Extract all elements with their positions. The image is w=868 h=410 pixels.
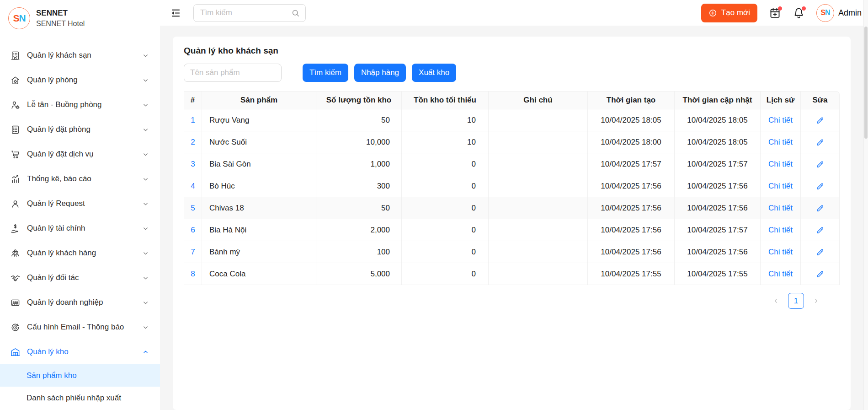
menu-fold-icon bbox=[170, 7, 181, 19]
row-index: 8 bbox=[184, 263, 202, 285]
top-header: Tạo mới SN Admin bbox=[160, 0, 868, 26]
edit-button[interactable] bbox=[815, 204, 825, 213]
sidebar-item-label: Quản lý khách hàng bbox=[27, 248, 136, 258]
sidebar-item-label: Quản lý tài chính bbox=[27, 224, 136, 233]
column-header: Thời gian tạo bbox=[588, 91, 675, 109]
edit-button[interactable] bbox=[815, 138, 825, 147]
notification-dot bbox=[802, 6, 806, 11]
user-menu[interactable]: SN Admin bbox=[816, 4, 862, 22]
sidebar-item[interactable]: Quản lý phòng bbox=[0, 68, 160, 92]
sidebar-item[interactable]: Quản lý Request bbox=[0, 191, 160, 216]
search-button[interactable]: Tìm kiếm bbox=[303, 64, 348, 82]
calendar-button[interactable] bbox=[769, 7, 781, 19]
note-cell bbox=[489, 241, 588, 263]
created-at: 10/04/2025 17:57 bbox=[588, 153, 675, 175]
history-detail-link[interactable]: Chi tiết bbox=[768, 226, 793, 234]
edit-button[interactable] bbox=[815, 270, 825, 279]
room-icon bbox=[10, 75, 21, 86]
pencil-icon bbox=[815, 182, 825, 191]
sidebar-item[interactable]: Quản lý kho bbox=[0, 340, 160, 364]
min-stock: 0 bbox=[402, 219, 489, 241]
pencil-icon bbox=[815, 204, 825, 213]
user-name: Admin bbox=[838, 8, 862, 18]
product-name: Chivas 18 bbox=[202, 197, 316, 219]
global-search-box bbox=[193, 4, 306, 22]
sidebar-item[interactable]: Cấu hình Email - Thông báo bbox=[0, 315, 160, 340]
chevron-down-icon bbox=[142, 52, 149, 59]
min-stock: 0 bbox=[402, 197, 489, 219]
sidebar-item[interactable]: Quản lý khách hàng bbox=[0, 241, 160, 265]
inventory-table: #Sản phẩmSố lượng tồn khoTồn kho tối thi… bbox=[184, 91, 840, 285]
history-detail-link[interactable]: Chi tiết bbox=[768, 138, 793, 146]
avatar-letter-s: S bbox=[820, 9, 825, 17]
created-at: 10/04/2025 17:56 bbox=[588, 241, 675, 263]
column-header: Số lượng tồn kho bbox=[316, 91, 402, 109]
edit-button[interactable] bbox=[815, 248, 825, 257]
note-cell bbox=[489, 219, 588, 241]
sidebar-item[interactable]: Quản lý đối tác bbox=[0, 265, 160, 290]
column-header: Thời gian cập nhật bbox=[675, 91, 761, 109]
chevron-down-icon bbox=[142, 299, 149, 306]
row-index: 4 bbox=[184, 175, 202, 197]
edit-button[interactable] bbox=[815, 116, 825, 125]
sidebar-item[interactable]: Quản lý doanh nghiệp bbox=[0, 290, 160, 315]
edit-button[interactable] bbox=[815, 226, 825, 235]
import-button[interactable]: Nhập hàng bbox=[354, 64, 406, 82]
history-detail-link[interactable]: Chi tiết bbox=[768, 204, 793, 212]
row-index: 1 bbox=[184, 109, 202, 131]
stock-quantity: 2,000 bbox=[316, 219, 402, 241]
history-detail-link[interactable]: Chi tiết bbox=[768, 270, 793, 278]
table-row: 6 Bia Hà Nội 2,000 0 10/04/2025 17:56 10… bbox=[184, 219, 840, 241]
next-page-button[interactable] bbox=[813, 297, 820, 304]
sidebar-subitem[interactable]: Sản phẩm kho bbox=[0, 364, 160, 387]
notifications-button[interactable] bbox=[793, 7, 805, 19]
history-detail-link[interactable]: Chi tiết bbox=[768, 160, 793, 168]
sidebar-item[interactable]: Quản lý đặt phòng bbox=[0, 117, 160, 142]
export-button[interactable]: Xuất kho bbox=[412, 64, 456, 82]
search-icon[interactable] bbox=[291, 9, 300, 17]
create-new-button[interactable]: Tạo mới bbox=[701, 4, 757, 22]
sidebar-subitem-label: Danh sách phiếu nhập xuất bbox=[27, 394, 121, 403]
stock-quantity: 1,000 bbox=[316, 153, 402, 175]
sidebar-item[interactable]: Quản lý đặt dịch vụ bbox=[0, 142, 160, 167]
sidebar-item[interactable]: Thống kê, báo cáo bbox=[0, 167, 160, 191]
chevron-down-icon bbox=[142, 176, 149, 183]
pencil-icon bbox=[815, 138, 825, 147]
vertical-scrollbar[interactable] bbox=[863, 0, 868, 410]
sidebar-collapse-button[interactable] bbox=[170, 7, 181, 19]
sidebar-item-label: Cấu hình Email - Thông báo bbox=[27, 323, 136, 332]
sidebar-item-label: Lễ tân - Buồng phòng bbox=[27, 100, 136, 109]
min-stock: 0 bbox=[402, 241, 489, 263]
history-detail-link[interactable]: Chi tiết bbox=[768, 248, 793, 256]
sidebar-item-label: Quản lý Request bbox=[27, 199, 136, 208]
business-icon bbox=[10, 297, 21, 308]
finance-icon bbox=[10, 223, 21, 234]
current-page[interactable]: 1 bbox=[788, 293, 804, 309]
updated-at: 10/04/2025 17:57 bbox=[675, 219, 761, 241]
history-detail-link[interactable]: Chi tiết bbox=[768, 116, 793, 124]
sidebar-subitem[interactable]: Danh sách phiếu nhập xuất bbox=[0, 387, 160, 409]
brand-text: SENNET SENNET Hotel bbox=[36, 9, 85, 28]
sidebar-item[interactable]: Quản lý tài chính bbox=[0, 216, 160, 241]
updated-at: 10/04/2025 17:56 bbox=[675, 241, 761, 263]
edit-button[interactable] bbox=[815, 160, 825, 169]
chevron-down-icon bbox=[142, 126, 149, 133]
product-name-input[interactable] bbox=[184, 64, 282, 82]
content-column: Tạo mới SN Admin bbox=[160, 0, 868, 410]
pencil-icon bbox=[815, 270, 825, 279]
column-header: # bbox=[184, 91, 202, 109]
sidebar-item-label: Quản lý khách sạn bbox=[27, 51, 136, 60]
scrollbar-thumb[interactable] bbox=[864, 27, 868, 139]
sidebar-item[interactable]: Lễ tân - Buồng phòng bbox=[0, 92, 160, 117]
search-input[interactable] bbox=[200, 8, 291, 17]
pagination: 1 bbox=[184, 293, 840, 309]
stock-quantity: 300 bbox=[316, 175, 402, 197]
sidebar-item[interactable]: Quản lý khách sạn bbox=[0, 43, 160, 68]
edit-button[interactable] bbox=[815, 182, 825, 191]
history-detail-link[interactable]: Chi tiết bbox=[768, 182, 793, 190]
row-index: 3 bbox=[184, 153, 202, 175]
filter-row: Tìm kiếm Nhập hàng Xuất kho bbox=[184, 64, 840, 82]
note-cell bbox=[489, 131, 588, 153]
prev-page-button[interactable] bbox=[772, 297, 779, 304]
brand-logo[interactable]: SN bbox=[8, 7, 30, 29]
